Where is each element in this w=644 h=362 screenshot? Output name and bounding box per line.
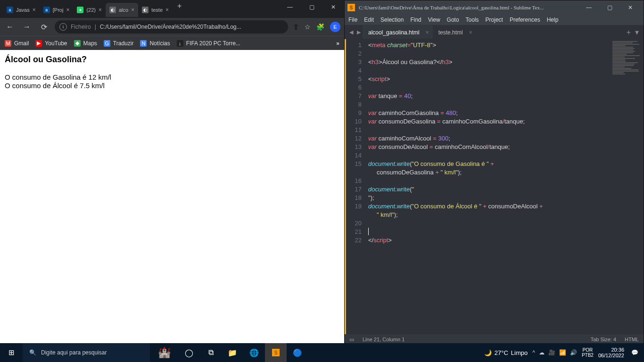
close-button[interactable]: ✕ xyxy=(322,0,344,14)
back-button[interactable]: ← xyxy=(4,23,16,31)
code-line: consumoDeGasolina + " km/l"); xyxy=(368,168,608,177)
menu-selection[interactable]: Selection xyxy=(380,16,404,23)
code-line: document.write(""); xyxy=(368,185,608,194)
code-line: </script> xyxy=(368,236,608,245)
line-number: 11 xyxy=(348,126,362,134)
tab-close-icon[interactable]: × xyxy=(426,29,429,36)
share-icon[interactable]: ⇪ xyxy=(293,23,299,32)
edge-icon[interactable]: 🌐 xyxy=(243,343,265,362)
tray-icons: ^ ☁ 🎥 📶 🔊 xyxy=(532,349,577,356)
code-line xyxy=(368,66,608,75)
bookmark-item[interactable]: GTraduzir xyxy=(104,40,134,47)
meet-now-icon[interactable]: 🎥 xyxy=(548,349,555,356)
chrome-taskbar-icon[interactable]: 🔵 xyxy=(287,343,308,362)
page-content: Álcool ou Gasolina? O consumo de Gasolin… xyxy=(0,50,344,343)
code-line xyxy=(368,228,608,236)
menu-project[interactable]: Project xyxy=(486,16,503,23)
taskbar-clock[interactable]: 20:36 06/12/2022 xyxy=(598,347,624,358)
bookmarks-overflow[interactable]: » xyxy=(336,40,339,47)
editor-tab[interactable]: teste.html× xyxy=(433,25,476,39)
tab-close-icon[interactable]: × xyxy=(33,7,36,13)
search-highlight-icon[interactable]: 🏰 xyxy=(150,343,178,362)
browser-tab[interactable]: ◐teste× xyxy=(138,3,173,17)
bookmark-item[interactable]: MGmail xyxy=(5,40,29,47)
volume-icon[interactable]: 🔊 xyxy=(570,349,577,356)
favicon: ◐ xyxy=(109,7,116,13)
site-info-icon[interactable]: i xyxy=(59,23,67,31)
taskbar-search[interactable]: 🔍 Digite aqui para pesquisar xyxy=(23,343,150,362)
code-line xyxy=(368,177,608,185)
line-number: 15 xyxy=(348,160,362,168)
code-area[interactable]: <meta charset="UTF-8"><h3>Álcool ou Gaso… xyxy=(365,39,611,334)
menu-goto[interactable]: Goto xyxy=(447,16,459,23)
tab-close-icon[interactable]: × xyxy=(99,7,102,13)
menu-file[interactable]: File xyxy=(348,16,357,23)
weather-widget[interactable]: 🌙 27°C Limpo xyxy=(484,349,528,356)
address-bar[interactable]: i Ficheiro | C:/Users/famil/OneDrive/Áre… xyxy=(55,20,288,33)
taskbar-apps: ◯ ⧉ 📁 🌐 S 🔵 xyxy=(178,343,308,362)
line-number: 13 xyxy=(348,143,362,151)
minimize-button[interactable]: — xyxy=(279,0,301,14)
status-syntax[interactable]: HTML xyxy=(625,337,639,342)
sublime-taskbar-icon[interactable]: S xyxy=(265,343,287,362)
tab-close-icon[interactable]: × xyxy=(66,7,69,13)
weather-temp: 27°C xyxy=(495,349,508,356)
tab-close-icon[interactable]: × xyxy=(131,7,134,13)
bookmark-icon: G xyxy=(104,40,110,47)
status-panels-icon[interactable]: ▭ xyxy=(349,337,354,343)
status-tab-size[interactable]: Tab Size: 4 xyxy=(591,337,616,342)
new-tab-button[interactable]: + xyxy=(173,0,186,12)
bookmark-icon: ◆ xyxy=(74,40,81,47)
chrome-window-controls: — ▢ ✕ xyxy=(279,0,344,14)
menu-find[interactable]: Find xyxy=(410,16,421,23)
onedrive-icon[interactable]: ☁ xyxy=(539,349,545,356)
code-line: var caminhoComAlcool = 300; xyxy=(368,134,608,143)
forward-button[interactable]: → xyxy=(21,23,33,31)
bookmark-item[interactable]: ↓FIFA 2020 PC Torre... xyxy=(177,40,240,47)
task-view-button[interactable]: ◯ xyxy=(178,343,200,362)
tray-chevron-icon[interactable]: ^ xyxy=(532,349,535,356)
bookmark-star-icon[interactable]: ☆ xyxy=(305,23,311,31)
profile-avatar[interactable]: E xyxy=(330,22,340,32)
tab-nav-back[interactable]: ◀ xyxy=(347,29,355,35)
wifi-icon[interactable]: 📶 xyxy=(559,349,566,356)
favicon: a xyxy=(43,7,50,13)
start-button[interactable]: ⊞ xyxy=(0,343,23,362)
line-number: 18 xyxy=(348,194,362,202)
notifications-icon[interactable]: 💬 xyxy=(629,347,640,358)
browser-tab[interactable]: ◐alco× xyxy=(106,3,138,17)
bookmark-item[interactable]: ▶YouTube xyxy=(35,40,67,47)
bookmark-item[interactable]: NNotícias xyxy=(140,40,170,47)
minimap[interactable] xyxy=(611,39,644,334)
line-number: 9 xyxy=(348,109,362,117)
editor-tab[interactable]: alcool_gasolina.html× xyxy=(363,25,433,39)
tab-nav-fwd[interactable]: ▶ xyxy=(355,29,363,35)
line-number: 3 xyxy=(348,58,362,66)
menu-preferences[interactable]: Preferences xyxy=(510,16,540,23)
bookmark-item[interactable]: ◆Maps xyxy=(74,40,97,47)
tab-close-icon[interactable]: × xyxy=(469,29,472,36)
favicon: a xyxy=(7,7,13,13)
menu-view[interactable]: View xyxy=(428,16,440,23)
code-line xyxy=(368,219,608,228)
maximize-button[interactable]: ▢ xyxy=(599,1,620,14)
tab-controls[interactable]: + ▾ xyxy=(622,28,644,37)
close-button[interactable]: ✕ xyxy=(620,1,641,14)
page-heading: Álcool ou Gasolina? xyxy=(5,55,339,65)
extensions-icon[interactable]: 🧩 xyxy=(316,23,324,31)
menu-help[interactable]: Help xyxy=(547,16,559,23)
language-indicator[interactable]: POR PTB2 xyxy=(582,347,594,358)
tab-close-icon[interactable]: × xyxy=(165,7,169,13)
browser-tab[interactable]: aJavas× xyxy=(3,3,40,17)
menu-tools[interactable]: Tools xyxy=(466,16,479,23)
maximize-button[interactable]: ▢ xyxy=(301,0,322,14)
reload-button[interactable]: ⟳ xyxy=(38,23,50,32)
task-view-icon[interactable]: ⧉ xyxy=(200,343,222,362)
browser-tab[interactable]: a[Proj× xyxy=(40,3,74,17)
explorer-icon[interactable]: 📁 xyxy=(222,343,243,362)
sublime-window: S C:\Users\famil\OneDrive\Área de Trabal… xyxy=(344,0,644,343)
browser-tab[interactable]: ●(22)× xyxy=(73,3,106,17)
line-number: 10 xyxy=(348,117,362,126)
minimize-button[interactable]: — xyxy=(578,1,599,14)
menu-edit[interactable]: Edit xyxy=(364,16,374,23)
